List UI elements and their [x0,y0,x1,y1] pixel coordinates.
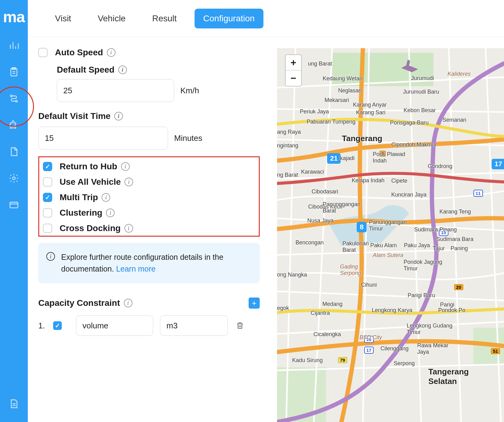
constraint-checkbox[interactable] [53,321,62,330]
constraint-row: 1. [38,315,260,336]
auto-speed-checkbox[interactable] [38,48,48,57]
puzzle-icon[interactable] [8,119,20,131]
map-marker[interactable]: 8 [357,222,367,232]
clipboard-icon[interactable] [8,66,20,78]
options-group-highlighted: Return to Hub i Use All Vehicle i Multi … [38,156,260,237]
constraint-name-input[interactable] [76,315,153,336]
info-icon[interactable]: i [121,162,130,171]
info-icon[interactable]: i [124,224,133,233]
clustering-checkbox[interactable] [43,208,52,217]
default-speed-unit: Km/h [180,86,199,95]
route-icon[interactable] [8,93,20,104]
multi-trip-checkbox[interactable] [43,193,52,202]
info-icon[interactable]: i [114,112,123,120]
clustering-label: Clustering [60,208,102,218]
logo: ma [3,9,25,25]
cross-docking-checkbox[interactable] [43,224,52,233]
trash-icon[interactable] [235,320,245,331]
info-callout: i Explore further route configuration de… [38,243,260,283]
tab-visit[interactable]: Visit [46,9,80,28]
default-visit-time-label: Default Visit Time [38,111,111,121]
use-all-vehicle-checkbox[interactable] [43,177,52,187]
info-icon[interactable]: i [118,65,127,74]
return-to-hub-label: Return to Hub [60,162,117,171]
info-icon[interactable]: i [102,193,110,202]
zoom-out-button[interactable]: − [286,70,301,86]
map[interactable]: + − 21 8 17 11 15 16 17 9 20 51 79 ung B… [277,48,504,422]
multi-trip-label: Multi Trip [60,192,98,202]
config-panel: Auto Speed i Default Speed i Km/h Defaul… [28,37,270,422]
document-icon[interactable] [8,398,20,410]
tab-vehicle[interactable]: Vehicle [89,9,134,28]
info-icon[interactable]: i [124,178,133,186]
learn-more-link[interactable]: Learn more [116,264,156,273]
sidebar: ma [0,0,28,422]
info-icon[interactable]: i [106,209,115,217]
default-visit-time-unit: Minutes [174,133,202,143]
constraint-index: 1. [38,321,46,331]
default-speed-input[interactable] [57,79,174,102]
default-visit-time-input[interactable] [38,127,168,150]
return-to-hub-checkbox[interactable] [43,162,52,171]
file-icon[interactable] [8,146,20,158]
gear-icon[interactable] [8,172,20,184]
bars-icon[interactable] [8,40,20,51]
constraint-unit-input[interactable] [160,315,228,336]
svg-rect-5 [10,202,18,208]
info-icon[interactable]: i [124,299,132,307]
svg-rect-9 [277,367,326,422]
default-speed-label: Default Speed [57,65,115,75]
tabbar: Visit Vehicle Result Configuration [28,0,504,37]
map-marker[interactable]: 17 [492,159,504,169]
add-constraint-button[interactable]: + [249,298,260,309]
map-marker[interactable]: 21 [327,153,341,164]
tab-configuration[interactable]: Configuration [195,9,263,28]
info-icon: i [46,252,55,261]
auto-speed-label: Auto Speed [55,48,103,57]
tab-result[interactable]: Result [144,9,185,28]
svg-point-2 [10,95,12,97]
card-icon[interactable] [8,199,20,211]
capacity-constraint-label: Capacity Constraint [38,298,120,308]
cross-docking-label: Cross Docking [60,223,121,233]
svg-point-3 [16,100,18,102]
zoom-in-button[interactable]: + [286,55,301,70]
info-icon[interactable]: i [107,48,116,57]
svg-point-4 [13,177,15,180]
zoom-controls: + − [285,54,302,87]
use-all-vehicle-label: Use All Vehicle [60,177,121,187]
